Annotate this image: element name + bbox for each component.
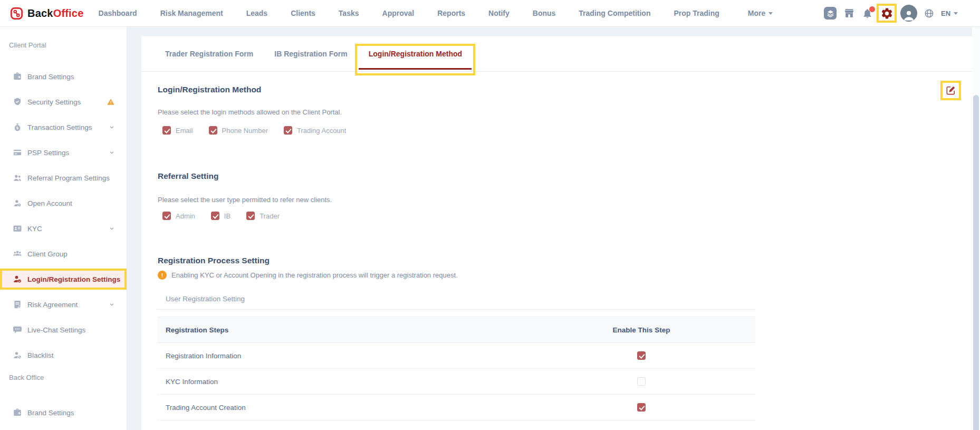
language-code: EN xyxy=(941,9,950,17)
sidebar-item-label: Brand Settings xyxy=(27,73,74,81)
nav-item-more[interactable]: More xyxy=(748,9,773,17)
tab-trader-registration-form[interactable]: Trader Registration Form xyxy=(165,36,253,71)
checkbox-option-trading-account[interactable]: Trading Account xyxy=(284,126,346,135)
notifications-bell-icon[interactable] xyxy=(862,8,873,19)
section-title-referral: Referral Setting xyxy=(158,171,218,181)
store-icon[interactable] xyxy=(843,7,855,19)
sidebar-item-blacklist[interactable]: Blacklist xyxy=(0,342,127,368)
sidebar-item-label: KYC xyxy=(27,225,42,233)
sidebar-item-label: Client Group xyxy=(27,250,68,258)
info-icon: ! xyxy=(158,271,167,280)
edit-button[interactable] xyxy=(946,85,956,95)
moneybag-icon: $ xyxy=(13,122,22,132)
checkbox[interactable] xyxy=(637,351,646,360)
page-scrollbar-thumb[interactable] xyxy=(973,95,979,430)
page-scrollbar-track[interactable] xyxy=(972,26,980,430)
language-selector[interactable]: EN xyxy=(941,9,958,17)
tab-login-registration-method[interactable]: Login/Registration Method xyxy=(369,36,462,71)
sidebar-item-brand-settings-back-office[interactable]: Brand Settings xyxy=(0,400,127,425)
sidebar-item-referral-program-settings[interactable]: Referral Program Settings xyxy=(0,165,127,190)
sidebar-item-live-chat-settings[interactable]: Live-Chat Settings xyxy=(0,317,127,342)
checkbox[interactable] xyxy=(162,212,171,220)
globe-icon[interactable] xyxy=(924,8,934,18)
notification-dot xyxy=(869,6,875,12)
briefcase-icon xyxy=(13,408,22,417)
checkbox-label: Phone Number xyxy=(222,127,268,135)
chevron-down-icon xyxy=(109,149,115,156)
sidebar-item-label: Security Settings xyxy=(27,98,81,106)
tab-ib-registration-form[interactable]: IB Registration Form xyxy=(274,36,347,71)
sidebar-item-risk-agreement[interactable]: Risk Agreement xyxy=(0,292,127,317)
checkbox[interactable] xyxy=(284,126,292,135)
column-header-enable-this-step: Enable This Step xyxy=(603,326,680,334)
briefcase-icon xyxy=(13,72,22,81)
settings-gear-icon[interactable] xyxy=(880,6,893,20)
checkbox[interactable] xyxy=(246,212,255,220)
registration-process-notice: ! Enabling KYC or Account Opening in the… xyxy=(158,271,458,280)
section-title-registration-process: Registration Process Setting xyxy=(158,256,270,265)
user-check-icon xyxy=(13,274,22,284)
nav-item-risk-management[interactable]: Risk Management xyxy=(160,9,223,17)
sidebar-item-brand-settings[interactable]: Brand Settings xyxy=(0,64,127,89)
login-method-options: Email Phone Number Trading Account xyxy=(162,126,346,135)
nav-item-leads[interactable]: Leads xyxy=(246,9,267,17)
checkbox-label: IB xyxy=(224,212,230,220)
checkbox-option-ib[interactable]: IB xyxy=(211,212,230,220)
chevron-down-icon xyxy=(109,225,115,232)
login-method-description: Please select the login methods allowed … xyxy=(158,108,342,116)
tab-label: Login/Registration Method xyxy=(369,50,462,58)
nav-item-notify[interactable]: Notify xyxy=(488,9,510,17)
chat-icon xyxy=(13,325,22,335)
user-gear-icon xyxy=(13,198,22,208)
sidebar-item-label: Blacklist xyxy=(27,351,54,359)
layers-icon[interactable] xyxy=(824,7,837,20)
checkbox-option-phone-number[interactable]: Phone Number xyxy=(209,126,268,135)
checkbox-option-email[interactable]: Email xyxy=(162,126,193,135)
checkbox[interactable] xyxy=(637,377,646,386)
step-label: Registration Information xyxy=(157,352,241,360)
document-warning-icon xyxy=(13,300,22,309)
nav-item-bonus[interactable]: Bonus xyxy=(533,9,556,17)
column-header-registration-steps: Registration Steps xyxy=(157,326,228,334)
user-block-icon xyxy=(13,350,22,360)
checkbox-option-admin[interactable]: Admin xyxy=(162,212,195,220)
checkbox-option-trader[interactable]: Trader xyxy=(246,212,280,220)
checkbox-label: Admin xyxy=(176,212,195,220)
section-title-login-method: Login/Registration Method xyxy=(158,85,261,94)
nav-item-reports[interactable]: Reports xyxy=(437,9,465,17)
checkbox[interactable] xyxy=(637,403,646,412)
divider xyxy=(157,309,755,310)
sidebar-item-transaction-settings[interactable]: $ Transaction Settings xyxy=(0,114,127,140)
shield-icon xyxy=(13,97,22,107)
checkbox-label: Trader xyxy=(260,212,280,220)
backoffice-logo-text: BackOffice xyxy=(27,7,84,20)
sidebar-back-office-list: Brand Settings xyxy=(0,400,127,425)
chevron-down-icon xyxy=(109,124,115,130)
chevron-down-icon xyxy=(768,12,773,15)
sidebar-item-security-settings[interactable]: Security Settings xyxy=(0,89,127,114)
registration-steps-table-header: Registration Steps Enable This Step xyxy=(157,317,755,343)
sidebar-item-psp-settings[interactable]: PSP Settings xyxy=(0,140,127,165)
sidebar-item-kyc[interactable]: KYC xyxy=(0,216,127,241)
nav-item-clients[interactable]: Clients xyxy=(291,9,315,17)
nav-item-tasks[interactable]: Tasks xyxy=(339,9,359,17)
annotation-box-edit-button xyxy=(940,81,961,100)
nav-item-prop-trading[interactable]: Prop Trading xyxy=(674,9,719,17)
checkbox[interactable] xyxy=(209,126,217,135)
table-row-trading-account-creation: Trading Account Creation xyxy=(157,395,755,421)
warning-icon xyxy=(107,98,115,106)
sidebar-item-label: Login/Registration Settings xyxy=(27,275,120,283)
checkbox[interactable] xyxy=(162,126,171,135)
sidebar-item-client-group[interactable]: Client Group xyxy=(0,241,127,266)
user-group-icon xyxy=(13,249,22,259)
referral-options: Admin IB Trader xyxy=(162,212,280,220)
settings-content-panel: Trader Registration Form IB Registration… xyxy=(141,36,972,430)
nav-item-approval[interactable]: Approval xyxy=(382,9,415,17)
sidebar-item-login-registration-settings[interactable]: Login/Registration Settings xyxy=(0,266,127,292)
nav-item-dashboard[interactable]: Dashboard xyxy=(99,9,137,17)
checkbox[interactable] xyxy=(211,212,219,220)
nav-item-trading-competition[interactable]: Trading Competition xyxy=(579,9,650,17)
sidebar-item-open-account[interactable]: Open Account xyxy=(0,190,127,216)
backoffice-logo[interactable]: BackOffice xyxy=(0,6,84,21)
user-avatar[interactable] xyxy=(900,5,917,22)
